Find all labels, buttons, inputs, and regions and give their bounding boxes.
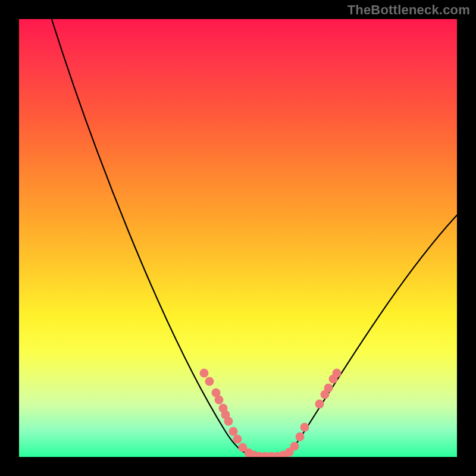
plot-area [19, 19, 457, 457]
data-point [205, 377, 214, 386]
chart-svg [19, 19, 457, 457]
data-point [290, 442, 299, 451]
data-point [200, 369, 209, 378]
data-point [300, 423, 309, 432]
watermark-text: TheBottleneck.com [347, 2, 470, 18]
data-point [229, 427, 238, 436]
data-point [315, 400, 324, 409]
data-point [333, 369, 342, 378]
data-point [296, 433, 305, 441]
data-point [224, 417, 233, 426]
data-point [215, 396, 224, 405]
data-point [324, 384, 333, 393]
curve-path [48, 19, 458, 457]
chart-frame: TheBottleneck.com [0, 0, 476, 476]
data-point [233, 435, 242, 444]
